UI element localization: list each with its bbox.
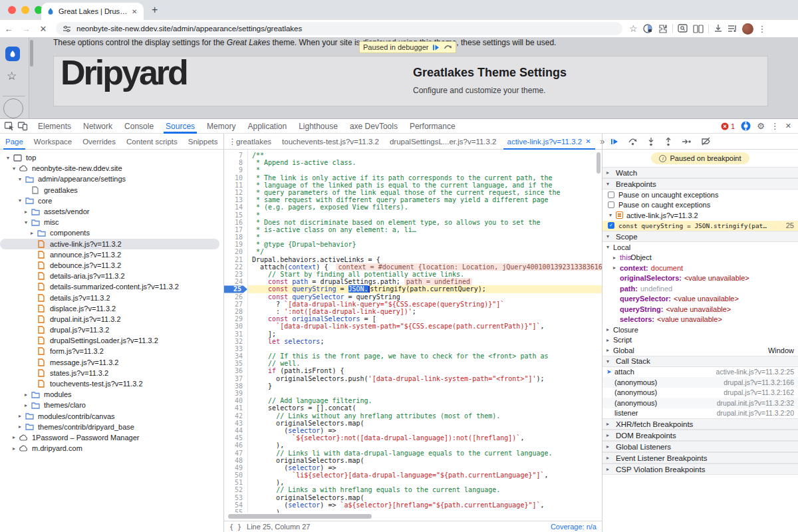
line-number[interactable]: 13 bbox=[224, 196, 247, 203]
code-line[interactable]: * same request with different query para… bbox=[248, 196, 602, 203]
code-line[interactable]: } bbox=[248, 382, 602, 390]
line-number[interactable]: 32 bbox=[224, 338, 247, 345]
paused-line-marker[interactable]: 25 bbox=[224, 285, 247, 293]
code-line[interactable]: */ bbox=[248, 248, 602, 255]
checkbox-checked[interactable] bbox=[608, 222, 614, 229]
resume-button[interactable] bbox=[610, 138, 618, 146]
line-number[interactable]: 9 bbox=[224, 166, 247, 174]
line-number[interactable]: 53 bbox=[224, 494, 247, 501]
macos-window-controls[interactable] bbox=[8, 6, 43, 14]
tree-item[interactable]: active-link.js?v=11.3.2 bbox=[0, 239, 219, 249]
reading-list-icon[interactable] bbox=[693, 25, 704, 33]
scope-variable-row[interactable]: ▸context:document bbox=[602, 263, 798, 273]
code-line[interactable]: * is-active class on any element: a, li… bbox=[248, 226, 602, 233]
breakpoint-file-group[interactable]: ▾active-link.js?v=11.3.2 bbox=[602, 210, 798, 221]
line-number[interactable]: 30 bbox=[224, 323, 247, 330]
tree-item[interactable]: ▸modules/contrib/canvas bbox=[0, 411, 223, 422]
tree-expand-arrow[interactable]: ▸ bbox=[22, 392, 30, 398]
tree-item[interactable]: ▾misc bbox=[0, 217, 223, 227]
code-line[interactable]: (selector) => bbox=[248, 427, 602, 434]
step-over-button[interactable] bbox=[628, 137, 638, 146]
line-number[interactable]: 15 bbox=[224, 211, 247, 219]
line-number[interactable]: 40 bbox=[224, 397, 247, 404]
section-csp-violation-breakpoints[interactable]: ▸CSP Violation Breakpoints bbox=[602, 464, 798, 475]
code-line[interactable] bbox=[248, 390, 602, 397]
line-number[interactable]: 20 bbox=[224, 248, 247, 255]
line-number[interactable]: 49 bbox=[224, 464, 247, 471]
console-error-badge[interactable]: 1 bbox=[721, 122, 735, 130]
line-number[interactable]: 21 bbox=[224, 256, 247, 263]
rail-avatar-circle[interactable] bbox=[3, 98, 23, 118]
back-button[interactable]: ← bbox=[0, 24, 17, 34]
line-number[interactable]: 39 bbox=[224, 390, 247, 397]
device-toolbar-icon[interactable] bbox=[17, 121, 28, 131]
tree-item[interactable]: greatlakes bbox=[0, 185, 223, 196]
new-tab-button[interactable]: + bbox=[152, 4, 158, 16]
line-number[interactable]: 46 bbox=[224, 442, 247, 449]
line-number[interactable]: 33 bbox=[224, 345, 247, 352]
line-number[interactable]: 14 bbox=[224, 203, 247, 211]
line-number[interactable]: 41 bbox=[224, 404, 247, 412]
line-number[interactable]: 19 bbox=[224, 241, 247, 248]
code-line[interactable]: `${selector}:not([data-drupal-language])… bbox=[248, 434, 602, 442]
tree-item[interactable]: ▾core bbox=[0, 196, 223, 206]
line-number[interactable]: 7 bbox=[224, 152, 247, 159]
scope-variable-row[interactable]: path:undefined bbox=[602, 283, 798, 294]
file-tab[interactable]: drupalSettingsL...er.js?v=11.3.2 bbox=[384, 134, 502, 150]
tree-item[interactable]: ▸themes/claro bbox=[0, 400, 223, 410]
line-number[interactable]: 31 bbox=[224, 331, 247, 338]
code-line[interactable]: const querySelector = queryString bbox=[248, 293, 602, 301]
line-number[interactable]: 12 bbox=[224, 189, 247, 196]
call-stack-frame[interactable]: (anonymous)drupal.js?v=11.3.2:162 bbox=[602, 388, 798, 398]
section-scope[interactable]: ▾Scope bbox=[602, 231, 798, 242]
line-number[interactable]: 16 bbox=[224, 219, 247, 226]
code-line[interactable]: originalSelectors.map( bbox=[248, 420, 602, 427]
tree-item[interactable]: ▾admin/appearance/settings bbox=[0, 174, 223, 184]
line-number[interactable]: 47 bbox=[224, 450, 247, 457]
tree-expand-arrow[interactable]: ▸ bbox=[16, 413, 24, 419]
devtools-close-icon[interactable]: ✕ bbox=[785, 122, 791, 130]
tree-item[interactable]: form.js?v=11.3.2 bbox=[0, 346, 223, 356]
code-line[interactable]: originalSelectors.map( bbox=[248, 457, 602, 464]
tree-item[interactable]: ▸components bbox=[0, 227, 223, 238]
tab-sources[interactable]: Sources bbox=[160, 119, 201, 134]
scope-variable-row[interactable]: ▸this:Object bbox=[602, 253, 798, 263]
line-number[interactable]: 50 bbox=[224, 471, 247, 479]
section-call-stack[interactable]: ▾Call Stack bbox=[602, 356, 798, 367]
forward-button[interactable]: → bbox=[17, 24, 35, 34]
code-editor[interactable]: 7891011121314151617181920212223242526272… bbox=[224, 150, 602, 513]
code-line[interactable]: `[data-drupal-link-system-path="${CSS.es… bbox=[248, 323, 602, 330]
profile-avatar[interactable] bbox=[742, 23, 753, 35]
line-number[interactable]: 36 bbox=[224, 367, 247, 374]
tree-expand-arrow[interactable]: ▸ bbox=[22, 209, 30, 215]
scope-group-row[interactable]: ▸Closure bbox=[602, 325, 798, 335]
line-number[interactable]: 10 bbox=[224, 174, 247, 182]
coverage-link[interactable]: Coverage: n/a bbox=[551, 523, 597, 531]
line-number[interactable]: 24 bbox=[224, 278, 247, 285]
line-number[interactable]: 35 bbox=[224, 360, 247, 367]
code-line[interactable]: selectors = [].concat( bbox=[248, 404, 602, 412]
file-tab[interactable]: touchevents-test.js?v=11.3.2 bbox=[277, 134, 384, 150]
tree-item[interactable]: touchevents-test.js?v=11.3.2 bbox=[0, 378, 223, 389]
code-line[interactable]: * @type {Drupal~behavior} bbox=[248, 241, 602, 248]
tab-network[interactable]: Network bbox=[77, 119, 118, 134]
code-line[interactable]: // Links without any hreflang attributes… bbox=[248, 412, 602, 420]
call-stack-frame[interactable]: (anonymous)drupal.js?v=11.3.2:166 bbox=[602, 377, 798, 388]
line-number[interactable]: 43 bbox=[224, 420, 247, 427]
tree-expand-arrow[interactable]: ▸ bbox=[28, 230, 36, 236]
section-breakpoints[interactable]: ▾Breakpoints bbox=[602, 178, 798, 190]
ai-assistance-icon[interactable] bbox=[741, 121, 751, 131]
code-line[interactable]: (selector) => bbox=[248, 464, 602, 471]
call-stack-frame[interactable]: ➤attachactive-link.js?v=11.3.2:25 bbox=[602, 367, 798, 378]
scope-variable-row[interactable]: selectors:<value unavailable> bbox=[602, 315, 798, 325]
tree-collapse-arrow[interactable]: ▾ bbox=[16, 198, 24, 203]
pretty-print-icon[interactable]: { } bbox=[229, 523, 241, 531]
address-bar[interactable]: neonbyte-site-new.ddev.site/admin/appear… bbox=[56, 22, 622, 35]
tree-expand-arrow[interactable]: ▸ bbox=[10, 434, 18, 440]
code-line[interactable]: const path = drupalSettings.path;path = … bbox=[248, 278, 602, 285]
code-line[interactable]: attach(context) { context = #document {l… bbox=[248, 263, 602, 271]
line-number-gutter[interactable]: 7891011121314151617181920212223242526272… bbox=[224, 150, 248, 513]
code-line[interactable]: * query parameters of the link equal tho… bbox=[248, 189, 602, 196]
tree-item[interactable]: drupalSettingsLoader.js?v=11.3.2 bbox=[0, 335, 223, 346]
navigator-tab-workspace[interactable]: Workspace bbox=[29, 134, 77, 150]
